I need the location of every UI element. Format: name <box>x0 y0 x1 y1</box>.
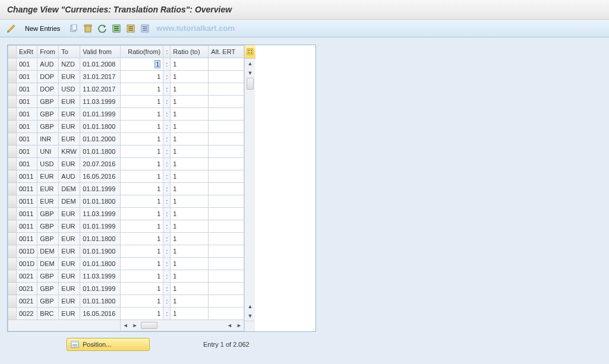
cell-ratio-to[interactable]: 1 <box>171 83 209 96</box>
vscroll-up-icon[interactable]: ▲ <box>245 59 255 68</box>
cell-from[interactable]: DOP <box>37 71 59 83</box>
cell-exrt[interactable]: 001 <box>17 158 37 170</box>
row-selector[interactable] <box>8 83 17 96</box>
cell-exrt[interactable]: 0021 <box>17 295 37 308</box>
row-selector[interactable] <box>8 233 17 245</box>
table-row[interactable]: 001DOPUSD11.02.20171:1 <box>8 83 244 96</box>
cell-exrt[interactable]: 001 <box>17 108 37 121</box>
cell-exrt[interactable]: 001D <box>17 245 37 258</box>
cell-valid-from[interactable]: 01.01.1900 <box>80 245 121 258</box>
row-selector[interactable] <box>8 220 17 233</box>
cell-valid-from[interactable]: 01.01.1999 <box>80 108 121 121</box>
table-row[interactable]: 0021GBPEUR01.01.18001:1 <box>8 295 244 308</box>
cell-exrt[interactable]: 001D <box>17 258 37 270</box>
table-row[interactable]: 0011EURAUD16.05.20161:1 <box>8 170 244 183</box>
cell-ratio-from[interactable]: 1 <box>121 96 163 108</box>
cell-ratio-from[interactable]: 1 <box>121 270 163 283</box>
cell-exrt[interactable]: 0011 <box>17 195 37 208</box>
cell-ratio-to[interactable]: 1 <box>171 158 209 170</box>
cell-alt-ert[interactable] <box>209 283 244 295</box>
cell-from[interactable]: AUD <box>37 58 59 71</box>
deselect-all-icon[interactable] <box>140 23 150 34</box>
cell-alt-ert[interactable] <box>209 258 244 270</box>
cell-from[interactable]: GBP <box>37 220 59 233</box>
row-selector[interactable] <box>8 133 17 145</box>
cell-alt-ert[interactable] <box>209 170 244 183</box>
cell-ratio-to[interactable]: 1 <box>171 258 209 270</box>
table-row[interactable]: 001DDEMEUR01.01.19001:1 <box>8 245 244 258</box>
cell-ratio-to[interactable]: 1 <box>171 295 209 308</box>
hscroll-right2-icon[interactable]: ► <box>234 321 244 330</box>
hscroll-thumb[interactable] <box>141 322 157 329</box>
row-selector[interactable] <box>8 58 17 71</box>
cell-alt-ert[interactable] <box>209 108 244 121</box>
cell-to[interactable]: EUR <box>59 158 80 170</box>
cell-alt-ert[interactable] <box>209 195 244 208</box>
cell-from[interactable]: BRC <box>37 308 59 320</box>
row-selector[interactable] <box>8 283 17 295</box>
cell-alt-ert[interactable] <box>209 308 244 320</box>
table-row[interactable]: 0022BRCEUR16.05.20161:1 <box>8 308 244 320</box>
row-selector[interactable] <box>8 96 17 108</box>
cell-ratio-from[interactable]: 1 <box>121 258 163 270</box>
position-button[interactable]: Position... <box>67 338 150 351</box>
col-ratio-from[interactable]: Ratio(from) <box>121 46 163 58</box>
cell-from[interactable]: DEM <box>37 245 59 258</box>
cell-valid-from[interactable]: 11.03.1999 <box>80 96 121 108</box>
copy-as-icon[interactable] <box>68 23 79 34</box>
select-block-icon[interactable] <box>125 23 136 34</box>
cell-ratio-to[interactable]: 1 <box>171 96 209 108</box>
hscroll-track[interactable] <box>141 321 223 330</box>
cell-from[interactable]: GBP <box>37 108 59 121</box>
cell-ratio-from[interactable]: 1 <box>121 295 163 308</box>
cell-ratio-from[interactable]: 1 <box>121 108 163 121</box>
row-select-header[interactable] <box>8 46 17 58</box>
cell-alt-ert[interactable] <box>209 96 244 108</box>
cell-ratio-to[interactable]: 1 <box>171 308 209 320</box>
cell-from[interactable]: GBP <box>37 121 59 133</box>
col-ratio-to[interactable]: Ratio (to) <box>171 46 209 58</box>
cell-exrt[interactable]: 001 <box>17 145 37 158</box>
table-row[interactable]: 001GBPEUR01.01.19991:1 <box>8 108 244 121</box>
cell-from[interactable]: INR <box>37 133 59 145</box>
cell-to[interactable]: EUR <box>59 133 80 145</box>
cell-exrt[interactable]: 001 <box>17 133 37 145</box>
cell-ratio-from[interactable]: 1 <box>121 283 163 295</box>
cell-from[interactable]: EUR <box>37 170 59 183</box>
cell-valid-from[interactable]: 31.01.2017 <box>80 71 121 83</box>
vscroll-down-icon[interactable]: ▼ <box>245 68 255 78</box>
table-row[interactable]: 0011GBPEUR01.01.18001:1 <box>8 233 244 245</box>
table-row[interactable]: 0011GBPEUR01.01.19991:1 <box>8 220 244 233</box>
hscroll-right-icon[interactable]: ► <box>130 321 140 330</box>
cell-valid-from[interactable]: 01.01.2000 <box>80 133 121 145</box>
toggle-display-icon[interactable] <box>6 23 17 34</box>
cell-ratio-from[interactable]: 1 <box>121 208 163 220</box>
cell-exrt[interactable]: 0011 <box>17 183 37 195</box>
cell-from[interactable]: GBP <box>37 283 59 295</box>
cell-to[interactable]: EUR <box>59 245 80 258</box>
cell-from[interactable]: GBP <box>37 233 59 245</box>
cell-ratio-from[interactable]: 1 <box>121 308 163 320</box>
row-selector[interactable] <box>8 145 17 158</box>
row-selector[interactable] <box>8 258 17 270</box>
col-to[interactable]: To <box>59 46 80 58</box>
cell-alt-ert[interactable] <box>209 295 244 308</box>
undo-icon[interactable] <box>97 23 108 34</box>
cell-from[interactable]: USD <box>37 158 59 170</box>
cell-to[interactable]: DEM <box>59 183 80 195</box>
new-entries-button[interactable]: New Entries <box>20 24 65 33</box>
cell-ratio-to[interactable]: 1 <box>171 58 209 71</box>
table-row[interactable]: 001GBPEUR01.01.18001:1 <box>8 121 244 133</box>
row-selector[interactable] <box>8 108 17 121</box>
table-row[interactable]: 001AUDNZD01.01.20081:1 <box>8 58 244 71</box>
hscroll-left2-icon[interactable]: ◄ <box>225 321 234 330</box>
cell-to[interactable]: KRW <box>59 145 80 158</box>
cell-valid-from[interactable]: 01.01.2008 <box>80 58 121 71</box>
table-row[interactable]: 001DDEMEUR01.01.18001:1 <box>8 258 244 270</box>
cell-ratio-to[interactable]: 1 <box>171 220 209 233</box>
cell-exrt[interactable]: 0011 <box>17 233 37 245</box>
cell-alt-ert[interactable] <box>209 71 244 83</box>
cell-valid-from[interactable]: 01.01.1800 <box>80 295 121 308</box>
cell-alt-ert[interactable] <box>209 83 244 96</box>
cell-valid-from[interactable]: 11.03.1999 <box>80 208 121 220</box>
